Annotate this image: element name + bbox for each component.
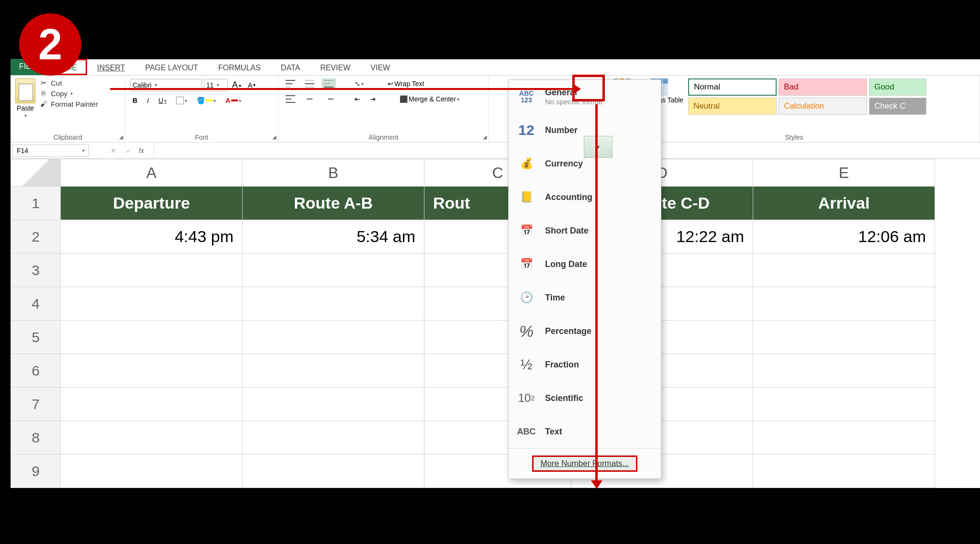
- wrap-text-button[interactable]: ↩ Wrap Text: [385, 78, 427, 89]
- cell-A2[interactable]: 4:43 pm: [61, 220, 243, 254]
- cell-B1[interactable]: Route A-B: [243, 187, 424, 220]
- col-header-B[interactable]: B: [243, 159, 424, 187]
- format-fraction[interactable]: ½ Fraction: [509, 348, 661, 381]
- format-accounting[interactable]: 📒 Accounting: [509, 180, 661, 214]
- row-header-9[interactable]: 9: [11, 455, 61, 488]
- cell-styles-gallery[interactable]: Normal Bad Good Neutral Calculation Chec…: [688, 78, 926, 115]
- italic-button[interactable]: I: [145, 95, 151, 106]
- more-number-formats[interactable]: More Number Formats...: [509, 448, 661, 478]
- format-percentage[interactable]: % Percentage: [509, 314, 661, 348]
- copy-button[interactable]: ⎘ Copy ▾: [39, 89, 98, 98]
- tab-review[interactable]: REVIEW: [310, 59, 360, 75]
- cell-E6[interactable]: [753, 354, 935, 388]
- row-header-4[interactable]: 4: [11, 287, 61, 321]
- cancel-formula-button[interactable]: ✕: [108, 145, 119, 156]
- excel-window: FILE HOME INSERT PAGE LAYOUT FORMULAS DA…: [11, 59, 980, 488]
- format-short-date[interactable]: 📅 Short Date: [509, 214, 661, 247]
- merge-center-button[interactable]: ⬛ Merge & Center ▾: [397, 94, 462, 104]
- align-top-button[interactable]: [283, 78, 298, 89]
- align-bottom-button[interactable]: [322, 78, 336, 89]
- tab-view[interactable]: VIEW: [360, 59, 400, 75]
- format-scientific[interactable]: 102 Scientific: [509, 381, 661, 415]
- select-all-corner[interactable]: [11, 159, 61, 187]
- format-text[interactable]: ABC Text: [509, 415, 661, 448]
- row-header-1[interactable]: 1: [11, 187, 61, 220]
- alignment-dialog-launcher-icon[interactable]: ◢: [483, 134, 487, 140]
- col-header-A[interactable]: A: [61, 159, 243, 187]
- cell-E8[interactable]: [753, 421, 935, 455]
- cell-B9[interactable]: [243, 455, 424, 488]
- name-box[interactable]: F14 ▾: [12, 144, 89, 157]
- cell-A8[interactable]: [61, 421, 243, 455]
- font-dialog-launcher-icon[interactable]: ◢: [272, 134, 276, 140]
- style-calculation[interactable]: Calculation: [779, 98, 867, 115]
- cell-B6[interactable]: [243, 354, 424, 388]
- tab-page-layout[interactable]: PAGE LAYOUT: [135, 59, 208, 75]
- cell-A9[interactable]: [61, 455, 243, 488]
- clipboard-dialog-launcher-icon[interactable]: ◢: [119, 134, 123, 140]
- ribbon-tab-bar: FILE HOME INSERT PAGE LAYOUT FORMULAS DA…: [11, 59, 980, 76]
- cell-E7[interactable]: [753, 388, 935, 421]
- paste-label: Paste: [17, 104, 34, 112]
- cell-E9[interactable]: [753, 455, 935, 488]
- align-right-button[interactable]: [322, 94, 336, 104]
- row-header-5[interactable]: 5: [11, 321, 61, 354]
- annotation-arrow-to-more-formats: [595, 104, 598, 480]
- style-good[interactable]: Good: [869, 78, 926, 96]
- cell-E4[interactable]: [753, 287, 935, 321]
- paste-dropdown-icon[interactable]: ▾: [24, 113, 27, 118]
- cell-E2[interactable]: 12:06 am: [753, 220, 935, 254]
- cell-A7[interactable]: [61, 388, 243, 421]
- tab-insert[interactable]: INSERT: [87, 59, 135, 75]
- copy-dropdown-icon[interactable]: ▾: [70, 91, 73, 96]
- paste-button[interactable]: Paste ▾: [15, 78, 35, 118]
- cell-A4[interactable]: [61, 287, 243, 321]
- align-left-button[interactable]: [283, 94, 298, 104]
- style-neutral[interactable]: Neutral: [688, 98, 777, 115]
- font-color-button[interactable]: A ▾: [223, 95, 244, 106]
- cell-B8[interactable]: [243, 421, 424, 455]
- format-painter-button[interactable]: 🖌 Format Painter: [39, 100, 98, 108]
- cell-B5[interactable]: [243, 321, 424, 354]
- style-bad[interactable]: Bad: [779, 78, 867, 96]
- row-header-6[interactable]: 6: [11, 354, 61, 388]
- number-format-dropdown-trigger[interactable]: ▾: [584, 136, 612, 158]
- fill-color-button[interactable]: 🪣 ▾: [194, 95, 218, 106]
- align-center-button[interactable]: [302, 94, 317, 104]
- row-header-3[interactable]: 3: [11, 254, 61, 287]
- format-painter-label: Format Painter: [51, 100, 98, 108]
- row-header-7[interactable]: 7: [11, 388, 61, 421]
- tab-formulas[interactable]: FORMULAS: [208, 59, 271, 75]
- fx-icon[interactable]: fx: [139, 147, 144, 155]
- style-check-cell[interactable]: Check C: [869, 98, 926, 115]
- font-group-label: Font ◢: [130, 133, 273, 141]
- cell-A3[interactable]: [61, 254, 243, 287]
- chevron-down-icon[interactable]: ▾: [82, 148, 85, 153]
- underline-button[interactable]: U▾: [156, 95, 169, 106]
- enter-formula-button[interactable]: ✓: [123, 145, 134, 156]
- cell-E1[interactable]: Arrival: [753, 187, 935, 220]
- style-normal[interactable]: Normal: [688, 78, 777, 96]
- row-header-2[interactable]: 2: [11, 220, 61, 254]
- tab-data[interactable]: DATA: [271, 59, 310, 75]
- cell-B2[interactable]: 5:34 am: [243, 220, 424, 254]
- align-middle-button[interactable]: [302, 78, 317, 89]
- bold-button[interactable]: B: [130, 95, 140, 106]
- cell-E5[interactable]: [753, 321, 935, 354]
- col-header-E[interactable]: E: [753, 159, 935, 187]
- format-long-date[interactable]: 📅 Long Date: [509, 247, 661, 281]
- cell-A6[interactable]: [61, 354, 243, 388]
- cell-E3[interactable]: [753, 254, 935, 287]
- cut-button[interactable]: ✂ Cut: [39, 78, 98, 87]
- decrease-indent-button[interactable]: ⇤: [352, 94, 363, 104]
- cell-A5[interactable]: [61, 321, 243, 354]
- cell-A1[interactable]: Departure: [61, 187, 243, 220]
- format-time[interactable]: 🕑 Time: [509, 281, 661, 314]
- cell-B7[interactable]: [243, 388, 424, 421]
- cell-B4[interactable]: [243, 287, 424, 321]
- increase-indent-button[interactable]: ⇥: [368, 94, 378, 104]
- cell-B3[interactable]: [243, 254, 424, 287]
- borders-button[interactable]: ▾: [174, 95, 189, 106]
- row-header-8[interactable]: 8: [11, 421, 61, 455]
- orientation-button[interactable]: ⤡▾: [352, 78, 366, 89]
